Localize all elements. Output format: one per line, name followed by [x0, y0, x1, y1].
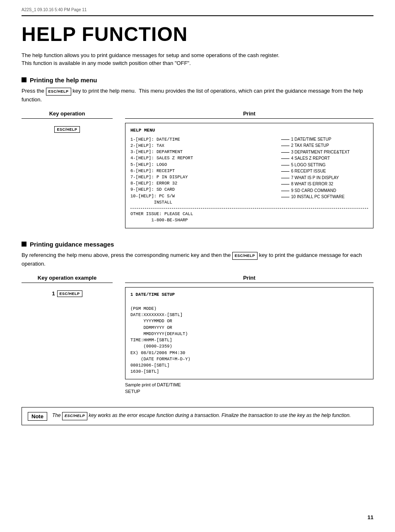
- top-bar-text: A22S_1 09.10.16 5:40 PM Page 11: [22, 7, 87, 12]
- col-key-operation-2: Key operation example 1 ESC/HELP: [22, 275, 113, 297]
- print-box-s1: HELP MENU 1-[HELP]: DATE/TIME 2-[HELP]: …: [125, 123, 373, 228]
- s2-print-line-1630: 1630-[SBTL]: [130, 369, 368, 375]
- annotated-section-s1: 1-[HELP]: DATE/TIME 2-[HELP]: TAX 3-[HEL…: [130, 137, 368, 206]
- s2-print-line-pgm: (PGM MODE): [130, 306, 368, 312]
- col-key-operation: Key operation ESC/HELP: [22, 110, 113, 133]
- print-line-11: INSTALL: [130, 199, 277, 206]
- col-print-s2: Print 1 DATE/TIME SETUP (PGM MODE) DATE:…: [125, 275, 373, 395]
- ann-row-8: 8 WHAT IS ERROR 32: [281, 181, 368, 187]
- top-bar: A22S_1 09.10.16 5:40 PM Page 11: [22, 7, 373, 12]
- annotations-col: 1 DATE/TIME SETUP 2 TAX RATE SETUP 3 DEP…: [277, 137, 368, 206]
- note-text: The ESC/HELP key works as the error esca…: [52, 412, 351, 420]
- print-line-3: 3-[HELP]: DEPARTMENT: [130, 149, 277, 155]
- s2-print-line-1: 1 DATE/TIME SETUP: [130, 292, 368, 298]
- s2-print-line-date: DATE:XXXXXXXX-[SBTL]: [130, 312, 368, 318]
- section1-heading: Printing the help menu: [22, 77, 373, 84]
- print-line-1: 1-[HELP]: DATE/TIME: [130, 137, 277, 143]
- page-title: HELP FUNCTION: [22, 24, 373, 46]
- ann-row-2: 2 TAX RATE SETUP: [281, 143, 368, 149]
- print-line-10: 10-[HELP]: PC S/W: [130, 193, 277, 199]
- section1-desc: Press the ESC/HELP key to print the help…: [22, 87, 373, 104]
- ann-row-7: 7 WHAT IS P IN DISPLAY: [281, 175, 368, 181]
- print-title: HELP MENU: [130, 127, 368, 134]
- print-line-2: 2-[HELP]: TAX: [130, 143, 277, 149]
- key-number: 1: [52, 290, 55, 297]
- eschip-key-inline2: ESC/HELP: [232, 252, 258, 260]
- s2-print-line-blank: [130, 300, 368, 306]
- eschip-key-note: ESC/HELP: [62, 412, 87, 420]
- ann-row-6: 6 RECEIPT ISSUE: [281, 168, 368, 175]
- top-rule: [22, 15, 373, 16]
- col-key-header: Key operation: [22, 110, 113, 119]
- print-line-7: 7-[HELP]: P IN DISPLAY: [130, 174, 277, 180]
- col-key-example-header: Key operation example: [22, 275, 113, 283]
- print-box-s2: 1 DATE/TIME SETUP (PGM MODE) DATE:XXXXXX…: [125, 287, 373, 380]
- s2-print-line-yyyymmdd: YYYYMMDD OR: [130, 318, 368, 324]
- col-print-header-s2: Print: [125, 275, 373, 283]
- ann-row-9: 9 SD CARD COMMAND: [281, 188, 368, 194]
- s2-print-line-08012006: 08012006-[SBTL]: [130, 362, 368, 369]
- bullet-icon: [22, 77, 26, 82]
- bullet-icon-2: [22, 242, 26, 247]
- ann-row-5: 5 LOGO SETTING: [281, 162, 368, 168]
- s2-print-line-fmt: (DATE FORMAT=M-D-Y): [130, 356, 368, 362]
- note-box: Note The ESC/HELP key works as the error…: [22, 407, 373, 425]
- s2-print-line-ex: EX) 08/01/2006 PM4:30: [130, 350, 368, 356]
- s2-print-line-time: TIME:HHMM-[SBTL]: [130, 337, 368, 343]
- key-op-example-content: 1 ESC/HELP: [22, 287, 113, 297]
- eschip-key-inline: ESC/HELP: [46, 88, 71, 96]
- eschip-key-s2: ESC/HELP: [57, 290, 82, 297]
- print-lines-col: 1-[HELP]: DATE/TIME 2-[HELP]: TAX 3-[HEL…: [130, 137, 277, 206]
- sample-caption: Sample print of DATE/TIME SETUP: [125, 382, 373, 395]
- print-line-6: 6-[HELP]: RECEIPT: [130, 168, 277, 174]
- eschip-key-s1: ESC/HELP: [54, 126, 79, 133]
- page-number: 11: [368, 514, 373, 520]
- s2-print-line-ddmmyyyy: DDMMYYYY OR: [130, 325, 368, 331]
- section1-two-col: Key operation ESC/HELP Print HELP MENU 1…: [22, 110, 373, 228]
- print-line-8: 8-[HELP]: ERROR 32: [130, 180, 277, 187]
- section2-desc: By referencing the help menu above, pres…: [22, 251, 373, 268]
- ann-row-10: 10 INSTALL PC SOFTWARE: [281, 194, 368, 200]
- print-line-9: 9-[HELP]: SD CARD: [130, 187, 277, 193]
- ann-row-1: 1 DATE/TIME SETUP: [281, 137, 368, 143]
- ann-row-3: 3 DEPARTMENT PRICE&TEXT: [281, 149, 368, 156]
- print-line-5: 5-[HELP]: LOGO: [130, 162, 277, 168]
- page: A22S_1 09.10.16 5:40 PM Page 11 HELP FUN…: [0, 0, 395, 532]
- print-divider: [130, 208, 368, 208]
- section2-two-col: Key operation example 1 ESC/HELP Print 1…: [22, 275, 373, 395]
- intro-text: The help function allows you to print gu…: [22, 51, 373, 67]
- section2-heading: Printing guidance messages: [22, 241, 373, 248]
- key-op-content: ESC/HELP: [22, 123, 113, 133]
- print-other: OTHER ISSUE: PLEASE CALL 1-800-BE-SHARP: [130, 211, 368, 223]
- col-print-header-s1: Print: [125, 110, 373, 119]
- s2-print-line-range: (0000-2359): [130, 343, 368, 350]
- ann-row-4: 4 SALES Z REPORT: [281, 156, 368, 162]
- print-line-4: 4-[HELP]: SALES Z REPORT: [130, 155, 277, 161]
- s2-print-line-mmddyyyy: MMDDYYYY(DEFAULT): [130, 331, 368, 337]
- note-label: Note: [28, 412, 47, 421]
- col-print-s1: Print HELP MENU 1-[HELP]: DATE/TIME 2-[H…: [125, 110, 373, 228]
